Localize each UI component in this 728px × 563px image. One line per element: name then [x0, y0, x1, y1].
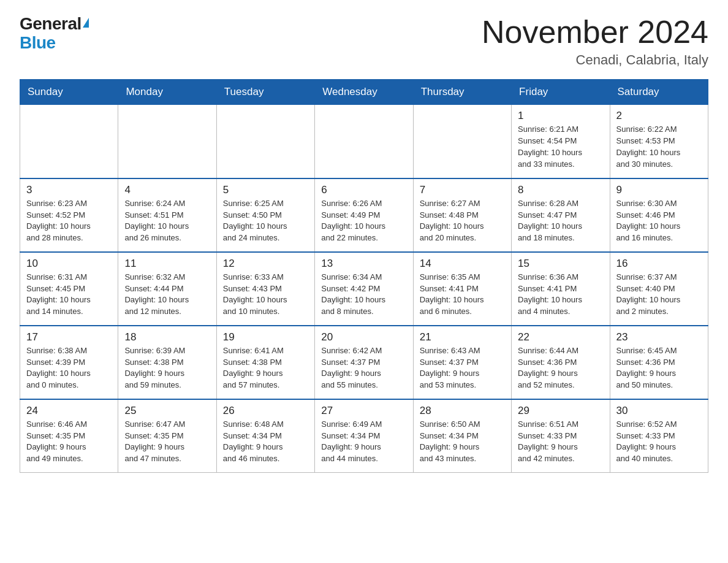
calendar-cell: 15Sunrise: 6:36 AMSunset: 4:41 PMDayligh…: [512, 252, 610, 326]
logo: General Blue: [20, 15, 89, 53]
day-info: Sunrise: 6:23 AMSunset: 4:52 PMDaylight:…: [26, 198, 112, 244]
calendar-cell: 5Sunrise: 6:25 AMSunset: 4:50 PMDaylight…: [216, 178, 314, 252]
day-info: Sunrise: 6:35 AMSunset: 4:41 PMDaylight:…: [420, 272, 505, 318]
day-info: Sunrise: 6:36 AMSunset: 4:41 PMDaylight:…: [518, 272, 603, 318]
calendar-cell: 17Sunrise: 6:38 AMSunset: 4:39 PMDayligh…: [20, 326, 118, 399]
calendar-cell: 1Sunrise: 6:21 AMSunset: 4:54 PMDaylight…: [512, 105, 610, 178]
day-number: 15: [518, 258, 603, 270]
calendar-cell: 4Sunrise: 6:24 AMSunset: 4:51 PMDaylight…: [118, 178, 216, 252]
day-info: Sunrise: 6:38 AMSunset: 4:39 PMDaylight:…: [26, 345, 112, 391]
calendar-cell: 30Sunrise: 6:52 AMSunset: 4:33 PMDayligh…: [610, 399, 708, 473]
logo-general-text: General: [20, 15, 82, 34]
weekday-header-sunday: Sunday: [20, 80, 118, 105]
day-number: 18: [124, 331, 210, 343]
day-info: Sunrise: 6:27 AMSunset: 4:48 PMDaylight:…: [420, 198, 505, 244]
logo-triangle-icon: [83, 18, 89, 28]
calendar-cell: 20Sunrise: 6:42 AMSunset: 4:37 PMDayligh…: [315, 326, 413, 399]
day-number: 13: [321, 258, 406, 270]
day-number: 8: [518, 184, 603, 196]
calendar-cell: 3Sunrise: 6:23 AMSunset: 4:52 PMDaylight…: [20, 178, 118, 252]
day-info: Sunrise: 6:50 AMSunset: 4:34 PMDaylight:…: [420, 419, 505, 465]
calendar-cell: [20, 105, 118, 178]
day-number: 23: [616, 331, 702, 343]
calendar-week-row: 1Sunrise: 6:21 AMSunset: 4:54 PMDaylight…: [20, 105, 708, 178]
weekday-header-friday: Friday: [512, 80, 610, 105]
calendar-cell: 25Sunrise: 6:47 AMSunset: 4:35 PMDayligh…: [118, 399, 216, 473]
day-info: Sunrise: 6:46 AMSunset: 4:35 PMDaylight:…: [26, 419, 112, 465]
calendar-cell: 24Sunrise: 6:46 AMSunset: 4:35 PMDayligh…: [20, 399, 118, 473]
day-number: 4: [124, 184, 210, 196]
calendar-cell: 10Sunrise: 6:31 AMSunset: 4:45 PMDayligh…: [20, 252, 118, 326]
calendar-cell: 23Sunrise: 6:45 AMSunset: 4:36 PMDayligh…: [610, 326, 708, 399]
day-number: 1: [518, 110, 603, 122]
day-number: 5: [223, 184, 308, 196]
calendar-week-row: 10Sunrise: 6:31 AMSunset: 4:45 PMDayligh…: [20, 252, 708, 326]
day-info: Sunrise: 6:48 AMSunset: 4:34 PMDaylight:…: [223, 419, 308, 465]
day-number: 22: [518, 331, 603, 343]
day-number: 26: [223, 405, 308, 417]
day-number: 17: [26, 331, 112, 343]
calendar-table: SundayMondayTuesdayWednesdayThursdayFrid…: [20, 79, 708, 473]
day-number: 20: [321, 331, 406, 343]
day-info: Sunrise: 6:26 AMSunset: 4:49 PMDaylight:…: [321, 198, 406, 244]
weekday-header-tuesday: Tuesday: [216, 80, 314, 105]
weekday-header-wednesday: Wednesday: [315, 80, 413, 105]
calendar-cell: 19Sunrise: 6:41 AMSunset: 4:38 PMDayligh…: [216, 326, 314, 399]
day-number: 12: [223, 258, 308, 270]
day-number: 14: [420, 258, 505, 270]
day-info: Sunrise: 6:47 AMSunset: 4:35 PMDaylight:…: [124, 419, 210, 465]
calendar-cell: 18Sunrise: 6:39 AMSunset: 4:38 PMDayligh…: [118, 326, 216, 399]
day-info: Sunrise: 6:41 AMSunset: 4:38 PMDaylight:…: [223, 345, 308, 391]
day-info: Sunrise: 6:31 AMSunset: 4:45 PMDaylight:…: [26, 272, 112, 318]
day-number: 7: [420, 184, 505, 196]
calendar-cell: 9Sunrise: 6:30 AMSunset: 4:46 PMDaylight…: [610, 178, 708, 252]
day-info: Sunrise: 6:44 AMSunset: 4:36 PMDaylight:…: [518, 345, 603, 391]
calendar-cell: 6Sunrise: 6:26 AMSunset: 4:49 PMDaylight…: [315, 178, 413, 252]
day-number: 2: [616, 110, 702, 122]
calendar-cell: [413, 105, 511, 178]
day-info: Sunrise: 6:24 AMSunset: 4:51 PMDaylight:…: [124, 198, 210, 244]
calendar-week-row: 24Sunrise: 6:46 AMSunset: 4:35 PMDayligh…: [20, 399, 708, 473]
day-number: 29: [518, 405, 603, 417]
title-section: November 2024 Cenadi, Calabria, Italy: [482, 15, 708, 68]
calendar-cell: 8Sunrise: 6:28 AMSunset: 4:47 PMDaylight…: [512, 178, 610, 252]
calendar-cell: [216, 105, 314, 178]
day-number: 25: [124, 405, 210, 417]
day-info: Sunrise: 6:37 AMSunset: 4:40 PMDaylight:…: [616, 272, 702, 318]
calendar-week-row: 17Sunrise: 6:38 AMSunset: 4:39 PMDayligh…: [20, 326, 708, 399]
day-number: 21: [420, 331, 505, 343]
location-title: Cenadi, Calabria, Italy: [482, 52, 708, 68]
day-info: Sunrise: 6:43 AMSunset: 4:37 PMDaylight:…: [420, 345, 505, 391]
day-number: 9: [616, 184, 702, 196]
day-info: Sunrise: 6:32 AMSunset: 4:44 PMDaylight:…: [124, 272, 210, 318]
day-info: Sunrise: 6:45 AMSunset: 4:36 PMDaylight:…: [616, 345, 702, 391]
calendar-cell: 2Sunrise: 6:22 AMSunset: 4:53 PMDaylight…: [610, 105, 708, 178]
day-info: Sunrise: 6:28 AMSunset: 4:47 PMDaylight:…: [518, 198, 603, 244]
day-number: 11: [124, 258, 210, 270]
day-number: 6: [321, 184, 406, 196]
calendar-cell: 27Sunrise: 6:49 AMSunset: 4:34 PMDayligh…: [315, 399, 413, 473]
calendar-week-row: 3Sunrise: 6:23 AMSunset: 4:52 PMDaylight…: [20, 178, 708, 252]
weekday-header-thursday: Thursday: [413, 80, 511, 105]
calendar-cell: 29Sunrise: 6:51 AMSunset: 4:33 PMDayligh…: [512, 399, 610, 473]
calendar-cell: 26Sunrise: 6:48 AMSunset: 4:34 PMDayligh…: [216, 399, 314, 473]
day-number: 24: [26, 405, 112, 417]
day-number: 10: [26, 258, 112, 270]
day-info: Sunrise: 6:39 AMSunset: 4:38 PMDaylight:…: [124, 345, 210, 391]
day-info: Sunrise: 6:49 AMSunset: 4:34 PMDaylight:…: [321, 419, 406, 465]
day-info: Sunrise: 6:22 AMSunset: 4:53 PMDaylight:…: [616, 124, 702, 170]
weekday-header-saturday: Saturday: [610, 80, 708, 105]
weekday-header-monday: Monday: [118, 80, 216, 105]
day-number: 27: [321, 405, 406, 417]
day-info: Sunrise: 6:52 AMSunset: 4:33 PMDaylight:…: [616, 419, 702, 465]
calendar-cell: 11Sunrise: 6:32 AMSunset: 4:44 PMDayligh…: [118, 252, 216, 326]
calendar-cell: 22Sunrise: 6:44 AMSunset: 4:36 PMDayligh…: [512, 326, 610, 399]
day-info: Sunrise: 6:21 AMSunset: 4:54 PMDaylight:…: [518, 124, 603, 170]
day-number: 30: [616, 405, 702, 417]
day-info: Sunrise: 6:42 AMSunset: 4:37 PMDaylight:…: [321, 345, 406, 391]
weekday-header-row: SundayMondayTuesdayWednesdayThursdayFrid…: [20, 80, 708, 105]
day-number: 28: [420, 405, 505, 417]
calendar-cell: 28Sunrise: 6:50 AMSunset: 4:34 PMDayligh…: [413, 399, 511, 473]
month-title: November 2024: [482, 15, 708, 50]
day-number: 3: [26, 184, 112, 196]
